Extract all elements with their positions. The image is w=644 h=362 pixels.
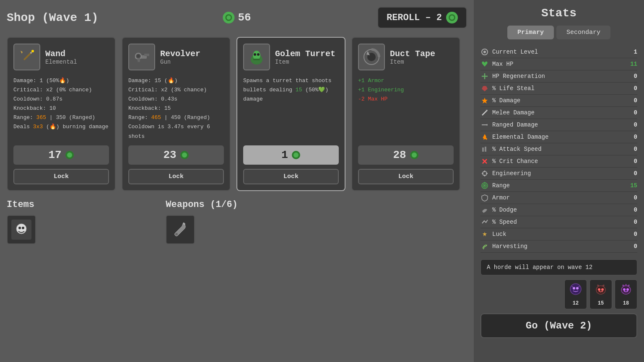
weapons-title: Weapons (1/6)	[166, 199, 467, 210]
card-revolver[interactable]: Revolver Gun Damage: 15 (🔥) Critical: x2…	[122, 37, 231, 191]
coin-icon	[223, 12, 234, 23]
stat-row-left: % Attack Speed	[480, 145, 542, 153]
stat-row-left: Range	[480, 181, 510, 190]
card-golem-price: 1	[243, 145, 339, 165]
svg-point-53	[570, 284, 581, 295]
revolver-icon	[128, 44, 155, 70]
stat-label: % Attack Speed	[492, 146, 542, 153]
stat-icon-current-level	[480, 48, 489, 56]
svg-point-13	[137, 54, 140, 58]
revolver-lock-button[interactable]: Lock	[128, 169, 224, 184]
svg-point-3	[450, 16, 454, 20]
item-slot-1[interactable]	[7, 215, 36, 244]
svg-rect-11	[144, 54, 149, 56]
golem-lock-button[interactable]: Lock	[243, 169, 339, 184]
stat-icon---attack-speed	[480, 145, 489, 153]
duct-tape-price-value: 28	[393, 149, 406, 161]
stat-row-left: Ranged Damage	[480, 121, 538, 129]
sidebar-title: Stats	[480, 7, 637, 20]
stat-label: % Damage	[492, 97, 520, 104]
stat-row-left: % Crit Chance	[480, 157, 538, 165]
card-wand-stats: Damage: 1 (50%🔥) Critical: x2 (0% chance…	[13, 76, 109, 141]
stat-row---crit-chance: % Crit Chance0	[480, 155, 637, 168]
svg-point-51	[484, 185, 486, 186]
tab-primary[interactable]: Primary	[507, 26, 554, 39]
svg-point-27	[412, 153, 417, 158]
svg-rect-14	[138, 58, 140, 62]
stat-row-ranged-damage: Ranged Damage0	[480, 119, 637, 131]
card-duct-tape-price: 28	[358, 145, 454, 165]
stat-value: 0	[625, 85, 637, 92]
svg-point-1	[226, 16, 231, 20]
stat-label: Max HP	[492, 61, 513, 67]
card-duct-tape-stats: +1 Armor +1 Engineering -2 Max HP	[358, 76, 454, 141]
stat-value: 0	[625, 122, 637, 128]
card-wand[interactable]: Wand Elemental Damage: 1 (50%🔥) Critical…	[7, 37, 116, 191]
header: Shop (Wave 1) 56 REROLL – 2	[7, 7, 467, 28]
stat-value: 0	[625, 73, 637, 80]
tab-secondary[interactable]: Secondary	[556, 26, 610, 39]
card-revolver-stats: Damage: 15 (🔥) Critical: x2 (3% chance) …	[128, 76, 224, 141]
card-revolver-header: Revolver Gun	[128, 44, 224, 70]
svg-point-60	[601, 288, 604, 291]
card-duct-tape-header: Duct Tape Item	[358, 44, 454, 70]
weapon-slot-1[interactable]	[166, 215, 195, 244]
stat-value: 0	[625, 146, 637, 153]
stat-row-left: Luck	[480, 230, 506, 238]
enemy-wave-2: 15	[598, 300, 604, 306]
card-golem-header: Golem Turret Item	[243, 44, 339, 70]
stat-value: 0	[625, 194, 637, 201]
stat-value: 0	[625, 219, 637, 225]
svg-marker-43	[487, 124, 488, 126]
card-golem-turret[interactable]: Golem Turret Item Spawns a turret that s…	[236, 37, 345, 191]
svg-point-61	[621, 286, 631, 294]
card-golem-title-area: Golem Turret Item	[275, 49, 335, 65]
stat-icon-engineering	[480, 169, 489, 178]
stat-row-engineering: Engineering0	[480, 168, 637, 180]
wand-lock-button[interactable]: Lock	[13, 169, 109, 184]
card-revolver-price: 23	[128, 145, 224, 165]
stat-row-left: Engineering	[480, 169, 531, 178]
stat-value: 0	[625, 243, 637, 250]
stat-label: Engineering	[492, 170, 531, 177]
card-duct-tape[interactable]: Duct Tape Item +1 Armor +1 Engineering -…	[351, 37, 460, 191]
duct-tape-icon	[358, 44, 385, 70]
stat-label: HP Regeneration	[492, 73, 545, 80]
duct-tape-lock-button[interactable]: Lock	[358, 169, 454, 184]
stat-label: % Dodge	[492, 207, 517, 213]
stat-icon---speed	[480, 218, 489, 226]
stat-label: Elemental Damage	[492, 134, 548, 140]
card-duct-tape-title-area: Duct Tape Item	[390, 49, 435, 65]
stat-value: 11	[625, 61, 637, 67]
go-button[interactable]: Go (Wave 2)	[480, 313, 637, 338]
stat-value: 15	[625, 182, 637, 189]
svg-point-35	[175, 233, 178, 235]
stat-row-left: Harvesting	[480, 242, 527, 251]
stat-row-left: Armor	[480, 194, 510, 202]
svg-marker-39	[482, 98, 488, 103]
stat-value: 0	[625, 170, 637, 177]
stat-row---dodge: % Dodge0	[480, 204, 637, 216]
wand-price-value: 17	[48, 149, 61, 161]
svg-point-63	[626, 288, 629, 291]
stat-icon---damage	[480, 96, 489, 105]
reroll-button[interactable]: REROLL – 2	[377, 7, 467, 28]
svg-point-18	[253, 51, 260, 60]
svg-point-23	[293, 153, 299, 158]
stat-value: 0	[625, 231, 637, 238]
stat-row---speed: % Speed0	[480, 216, 637, 228]
svg-rect-21	[253, 59, 260, 60]
card-golem-name: Golem Turret	[275, 49, 335, 59]
stat-row-elemental-damage: Elemental Damage0	[480, 131, 637, 143]
enemy-icon-2	[594, 282, 608, 299]
svg-rect-44	[482, 147, 484, 152]
enemy-wave-1: 12	[573, 300, 579, 306]
stat-row-luck: Luck0	[480, 228, 637, 240]
card-revolver-title-area: Revolver Gun	[160, 49, 200, 65]
stat-value: 0	[625, 97, 637, 104]
reroll-coin-icon	[446, 12, 458, 23]
stat-label: Armor	[492, 194, 510, 201]
stat-row-current-level: Current Level1	[480, 46, 637, 58]
svg-point-20	[257, 53, 260, 56]
shop-title: Shop (Wave 1)	[7, 11, 98, 24]
